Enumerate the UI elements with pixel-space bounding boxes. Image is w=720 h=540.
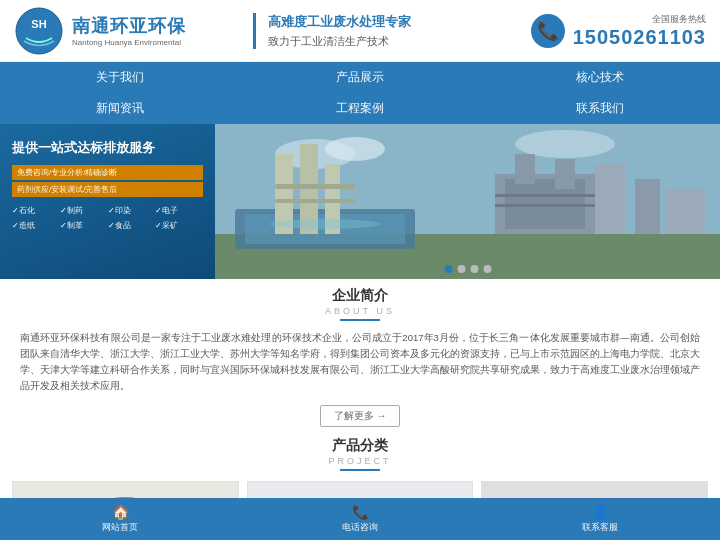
company-intro-text: 南通环亚环保科技有限公司是一家专注于工业废水难处理的环保技术企业，公司成立于20… <box>0 325 720 400</box>
banner-sub2: 药剂供应/安装调试/完善售后 <box>12 182 203 197</box>
logo-text: 南通环亚环保 Nantong Huanya Enviromental <box>72 14 186 47</box>
svg-rect-22 <box>495 194 595 197</box>
phone-info: 全国服务热线 15050261103 <box>573 13 706 49</box>
header: SH 南通环亚环保 Nantong Huanya Enviromental 高难… <box>0 0 720 62</box>
banner-sub1: 免费咨询/专业分析/精确诊断 <box>12 165 203 180</box>
phone-footer-icon: 📞 <box>352 504 369 520</box>
slogan-area: 高难度工业废水处理专家 致力于工业清洁生产技术 <box>253 13 507 49</box>
logo-cn: 南通环亚环保 <box>72 14 186 38</box>
intro-title-en: ABOUT US <box>0 306 720 316</box>
svg-point-5 <box>515 130 615 158</box>
footer-service-label: 联系客服 <box>582 521 618 534</box>
dot-4[interactable] <box>483 265 491 273</box>
svg-rect-23 <box>495 204 595 207</box>
service-zhige: ✓制革 <box>60 218 108 233</box>
slogan-line1: 高难度工业废水处理专家 <box>268 13 507 31</box>
service-dianzi: ✓电子 <box>155 203 203 218</box>
phone-icon-circle: 📞 <box>531 14 565 48</box>
footer-nav-home[interactable]: 🏠 网站首页 <box>102 504 138 534</box>
products-title-en: PROJECT <box>12 456 708 466</box>
footer-phone-label: 电话咨询 <box>342 521 378 534</box>
service-shipin: ✓食品 <box>108 218 156 233</box>
banner-left: 提供一站式达标排放服务 免费咨询/专业分析/精确诊断 药剂供应/安装调试/完善售… <box>0 124 215 279</box>
nav: 关于我们 产品展示 核心技术 新闻资讯 工程案例 联系我们 <box>0 62 720 124</box>
service-shihua: ✓石化 <box>12 203 60 218</box>
phone-label: 全国服务热线 <box>573 13 706 26</box>
svg-rect-16 <box>515 154 535 184</box>
nav-item-contact[interactable]: 联系我们 <box>480 93 720 124</box>
svg-rect-20 <box>665 189 705 234</box>
service-footer-icon: 👤 <box>592 504 609 520</box>
service-caik: ✓采矿 <box>155 218 203 233</box>
svg-rect-12 <box>275 184 355 189</box>
svg-text:SH: SH <box>31 18 46 30</box>
banner-dots <box>444 265 491 273</box>
banner: 提供一站式达标排放服务 免费咨询/专业分析/精确诊断 药剂供应/安装调试/完善售… <box>0 124 720 279</box>
banner-image <box>215 124 720 279</box>
intro-section-line <box>340 319 380 321</box>
nav-item-products[interactable]: 产品展示 <box>240 62 480 93</box>
phone-area: 📞 全国服务热线 15050261103 <box>507 13 706 49</box>
products-title-cn: 产品分类 <box>12 437 708 455</box>
nav-item-core-tech[interactable]: 核心技术 <box>480 62 720 93</box>
home-icon: 🏠 <box>112 504 129 520</box>
footer-nav-phone[interactable]: 📞 电话咨询 <box>342 504 378 534</box>
intro-title-cn: 企业简介 <box>0 287 720 305</box>
slogan-line2: 致力于工业清洁生产技术 <box>268 34 507 49</box>
section-header-intro: 企业简介 ABOUT US <box>0 279 720 325</box>
dot-2[interactable] <box>457 265 465 273</box>
banner-title: 提供一站式达标排放服务 <box>12 138 203 158</box>
service-chugan: ✓造纸 <box>12 218 60 233</box>
section-header-products: 产品分类 PROJECT <box>12 432 708 475</box>
svg-rect-17 <box>555 159 575 189</box>
service-yinran: ✓印染 <box>108 203 156 218</box>
footer-home-label: 网站首页 <box>102 521 138 534</box>
dot-1[interactable] <box>444 265 452 273</box>
logo-en: Nantong Huanya Enviromental <box>72 38 186 47</box>
read-more-button[interactable]: 了解更多 → <box>320 405 400 427</box>
service-zhiyao: ✓制药 <box>60 203 108 218</box>
nav-item-about[interactable]: 关于我们 <box>0 62 240 93</box>
banner-services-list: ✓石化 ✓制药 ✓印染 ✓电子 ✓造纸 ✓制革 ✓食品 ✓采矿 <box>12 203 203 233</box>
svg-rect-18 <box>595 164 625 234</box>
phone-number: 15050261103 <box>573 26 706 49</box>
svg-point-4 <box>325 137 385 161</box>
svg-point-0 <box>16 8 62 54</box>
footer-nav: 🏠 网站首页 📞 电话咨询 👤 联系客服 <box>0 498 720 540</box>
company-intro-section: 企业简介 ABOUT US 南通环亚环保科技有限公司是一家专注于工业废水难处理的… <box>0 279 720 427</box>
svg-rect-19 <box>635 179 660 234</box>
logo-area: SH 南通环亚环保 Nantong Huanya Enviromental <box>14 6 253 56</box>
nav-item-cases[interactable]: 工程案例 <box>240 93 480 124</box>
banner-right <box>215 124 720 279</box>
svg-point-21 <box>270 219 380 229</box>
nav-item-news[interactable]: 新闻资讯 <box>0 93 240 124</box>
logo-icon: SH <box>14 6 64 56</box>
svg-rect-13 <box>275 199 355 203</box>
dot-3[interactable] <box>470 265 478 273</box>
footer-nav-service[interactable]: 👤 联系客服 <box>582 504 618 534</box>
products-section-line <box>340 469 380 471</box>
